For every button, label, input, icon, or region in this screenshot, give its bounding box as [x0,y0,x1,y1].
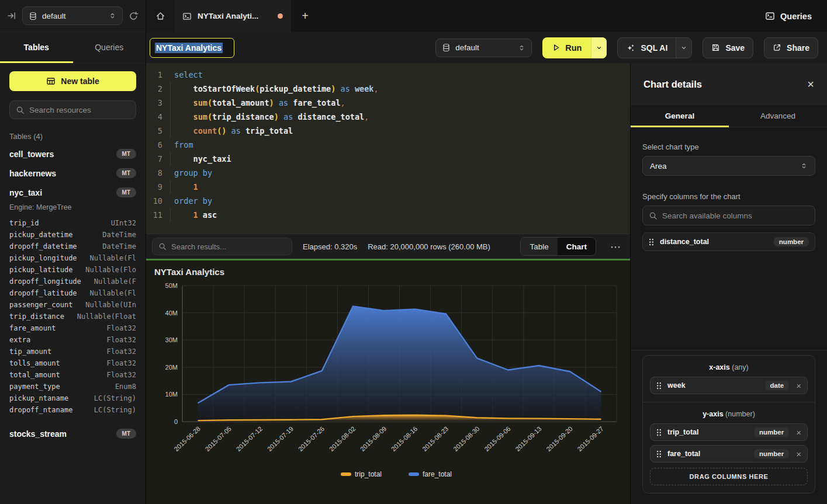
y-axis-header: y-axis (number) [650,408,808,423]
available-column-distance-total[interactable]: distance_total number [642,232,815,251]
query-title-input[interactable]: NYTaxi Analytics [150,38,234,58]
x-axis-item-week[interactable]: week date × [650,377,808,394]
svg-text:trip_total: trip_total [355,470,382,478]
search-icon [16,106,25,114]
code-line: 7 nyc_taxi [146,152,630,166]
table-row-hackernews[interactable]: hackernews MT [9,164,136,183]
tab-general[interactable]: General [631,105,729,127]
table-grid-icon [46,77,56,86]
active-tab-underline [0,61,73,63]
sparkles-icon [626,43,635,53]
column-type-badge: date [765,381,790,390]
tables-count-header: Tables (4) [9,132,136,141]
run-button[interactable]: Run [542,37,607,58]
code-line: 6from [146,138,630,152]
query-toolbar: NYTaxi Analytics default Run SQL A [146,32,827,63]
refresh-icon[interactable] [129,11,139,21]
table-row-stocks-stream[interactable]: stocks_stream MT [9,424,136,443]
table-row-nyc-taxi[interactable]: nyc_taxi MT [9,183,136,202]
search-resources-input[interactable]: Search resources [9,100,136,119]
code-line: 8group by [146,166,630,180]
svg-text:2015-07-05: 2015-07-05 [204,425,233,453]
drag-handle-icon[interactable] [656,450,662,458]
table-view-button[interactable]: Table [521,238,557,255]
code-line: 2 toStartOfWeek(pickup_datetime) as week… [146,82,630,96]
schema-column-row: total_amountFloat32 [9,369,136,381]
y-axis-item-fare-total[interactable]: fare_total number × [650,445,808,463]
table-row-cell-towers[interactable]: cell_towers MT [9,144,136,164]
schema-column-row: pickup_latitudeNullable(Flo [9,264,136,276]
toolbar-database-value: default [455,43,513,52]
schema-column-row: dropoff_longitudeNullable(F [9,276,136,287]
tab-queries[interactable]: Queries [73,32,146,62]
save-button[interactable]: Save [703,37,753,58]
database-select[interactable]: default [22,6,123,25]
run-options-chevron[interactable] [591,37,607,58]
schema-column-row: pickup_datetimeDateTime [9,229,136,241]
updown-chevron-icon [800,162,808,170]
svg-text:20M: 20M [165,364,178,371]
line-number: 5 [146,124,162,138]
column-type-badge: number [774,237,809,246]
search-results-input[interactable]: Search results... [152,238,292,255]
new-table-button[interactable]: New table [9,71,136,91]
query-tab-nytaxi[interactable]: NYTaxi Analyti... [174,0,291,32]
chart-details-header: Chart details × [631,63,827,105]
chart-view-button[interactable]: Chart [558,238,596,255]
read-rows-label: Read: 20,000,000 rows (260.00 MB) [368,242,490,251]
new-tab-button[interactable]: + [291,0,319,32]
remove-column-icon[interactable]: × [796,450,801,458]
x-axis-header: x-axis (any) [650,361,808,377]
chart-container: 010M20M30M40M50M2015-06-282015-07-052015… [146,260,630,504]
sql-editor[interactable]: 1select2 toStartOfWeek(pickup_datetime) … [146,63,630,234]
drag-handle-icon[interactable] [649,238,654,246]
svg-text:2015-08-16: 2015-08-16 [390,425,418,453]
collapse-sidebar-icon[interactable] [7,11,16,20]
schema-column-row: trip_idUInt32 [9,217,136,229]
chart-type-label: Select chart type [642,142,815,151]
engine-badge: MT [116,168,136,178]
line-number: 6 [146,138,162,152]
schema-column-row: dropoff_ntanameLC(String) [9,404,136,416]
toolbar-database-select[interactable]: default [435,39,532,57]
tab-strip: NYTaxi Analyti... + Queries [146,0,827,32]
queries-top-button[interactable]: Queries [765,0,812,32]
chart-type-select[interactable]: Area [642,156,815,176]
remove-column-icon[interactable]: × [796,381,801,390]
code-line: 9 1 [146,180,630,194]
share-button[interactable]: Share [764,37,818,58]
drag-columns-drop-zone[interactable]: DRAG COLUMNS HERE [650,468,808,485]
drag-handle-icon[interactable] [656,382,662,390]
y-axis-item-trip-total[interactable]: trip_total number × [650,423,808,441]
search-columns-input[interactable]: Search available columns [642,206,815,225]
engine-badge: MT [116,149,136,159]
line-number: 9 [146,180,162,194]
code-line: 11 1 asc [146,208,630,222]
results-toolbar: Search results... Elapsed: 0.320s Read: … [146,234,630,259]
database-icon [442,43,451,52]
home-tab[interactable] [146,0,174,32]
line-number: 4 [146,110,162,124]
more-options-icon[interactable]: ⋯ [607,241,624,253]
tab-tables[interactable]: Tables [0,32,73,62]
chart-details-panel: Chart details × General Advanced Select … [630,63,827,504]
close-icon[interactable]: × [807,78,814,90]
panel-tabs: General Advanced [631,105,827,127]
schema-column-row: trip_distanceNullable(Float [9,311,136,322]
line-number: 8 [146,166,162,180]
line-number: 7 [146,152,162,166]
specify-columns-label: Specify columns for the chart [642,192,815,201]
svg-text:50M: 50M [165,282,178,289]
svg-text:2015-09-27: 2015-09-27 [576,425,605,453]
remove-column-icon[interactable]: × [796,428,801,437]
elapsed-label: Elapsed: 0.320s [303,242,357,251]
svg-text:2015-09-20: 2015-09-20 [545,425,573,453]
sql-ai-button[interactable]: SQL AI [617,37,692,58]
terminal-icon [182,12,192,21]
sql-ai-options-chevron[interactable] [676,38,691,58]
svg-text:30M: 30M [165,336,178,343]
drag-handle-icon[interactable] [656,429,662,436]
schema-column-row: extraFloat32 [9,334,136,346]
tab-advanced[interactable]: Advanced [729,105,827,127]
svg-text:0: 0 [174,418,178,425]
